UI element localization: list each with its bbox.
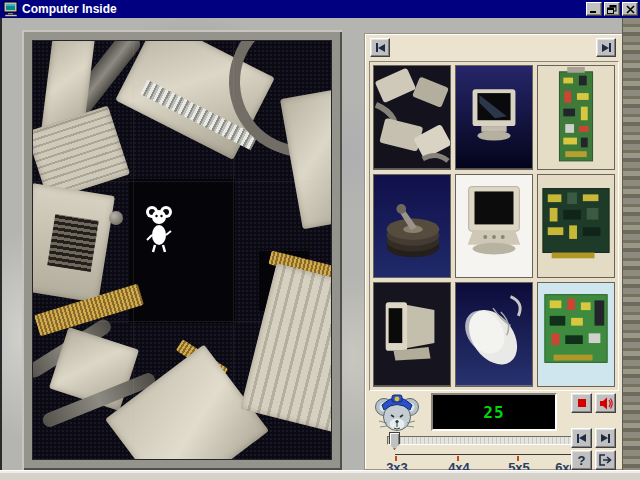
app-window: Computer Inside	[0, 0, 640, 480]
stop-button[interactable]	[571, 393, 592, 413]
stone-texture-column	[622, 18, 640, 470]
previous-image-button[interactable]	[571, 428, 592, 448]
connector-shape	[240, 263, 332, 432]
grid-seam	[133, 41, 134, 459]
help-icon: ?	[578, 453, 586, 468]
move-counter-display: 25	[431, 393, 557, 431]
pin-rows-shape	[47, 214, 99, 272]
restore-icon	[607, 5, 617, 14]
cables-image	[374, 66, 450, 169]
app-icon	[3, 1, 19, 17]
first-image-button[interactable]	[370, 38, 390, 57]
slider-thumb[interactable]	[389, 432, 400, 450]
thumbnail-circuit-board-dark[interactable]	[537, 174, 615, 279]
thumbnail-crt-monitor-side[interactable]	[373, 282, 451, 387]
exit-button[interactable]	[595, 450, 616, 470]
thumbnail-computer-mouse[interactable]	[455, 282, 533, 387]
sound-button[interactable]	[595, 393, 616, 413]
connector-shape	[280, 89, 332, 229]
hard-disk-image	[374, 175, 450, 278]
grid-seam	[33, 181, 331, 182]
help-button[interactable]: ?	[571, 450, 592, 470]
puzzle-board[interactable]	[32, 40, 332, 460]
close-icon	[626, 5, 635, 14]
puzzle-frame	[22, 30, 342, 470]
minimize-icon	[589, 5, 599, 14]
move-counter-value: 25	[483, 403, 504, 422]
exit-door-icon	[599, 454, 612, 466]
thumbnail-connector-cables[interactable]	[373, 65, 451, 170]
thumbnail-crt-monitor-white[interactable]	[455, 174, 533, 279]
client-area: 25 3x3 4x4 5x5 6	[0, 18, 640, 470]
titlebar: Computer Inside	[0, 0, 640, 18]
mascot-mouse-icon	[375, 390, 419, 438]
last-image-button[interactable]	[596, 38, 616, 57]
speaker-icon	[599, 397, 613, 410]
circuit-image	[538, 66, 614, 169]
stop-icon	[578, 399, 586, 407]
window-title: Computer Inside	[22, 2, 584, 16]
grid-seam	[33, 321, 331, 322]
monitor-image	[456, 175, 532, 278]
thumbnail-crt-monitor-dark[interactable]	[455, 65, 533, 170]
slider-track[interactable]	[387, 436, 575, 445]
window-bottom-edge	[0, 470, 640, 480]
circuit-image	[538, 175, 614, 278]
circuit-image	[538, 283, 614, 386]
next-image-button[interactable]	[595, 428, 616, 448]
restore-button[interactable]	[604, 2, 620, 16]
minimize-button[interactable]	[586, 2, 602, 16]
gallery-panel: 25 3x3 4x4 5x5 6	[364, 33, 624, 470]
monitor-image	[374, 283, 450, 386]
thumbnail-circuit-board-vertical[interactable]	[537, 65, 615, 170]
thumbnail-grid	[369, 61, 619, 391]
next-icon	[601, 434, 608, 442]
slider-scale-line	[395, 454, 573, 455]
monitor-image	[456, 66, 532, 169]
thumbnail-circuit-board-light[interactable]	[537, 282, 615, 387]
grid-seam	[233, 41, 234, 459]
mouse-image	[456, 283, 532, 386]
last-icon	[602, 44, 609, 52]
screw-shape	[109, 211, 123, 225]
thumbnail-hard-disk[interactable]	[373, 174, 451, 279]
close-button[interactable]	[622, 2, 638, 16]
grid-size-slider[interactable]	[387, 432, 575, 450]
mouse-cursor-sprite	[145, 205, 173, 253]
